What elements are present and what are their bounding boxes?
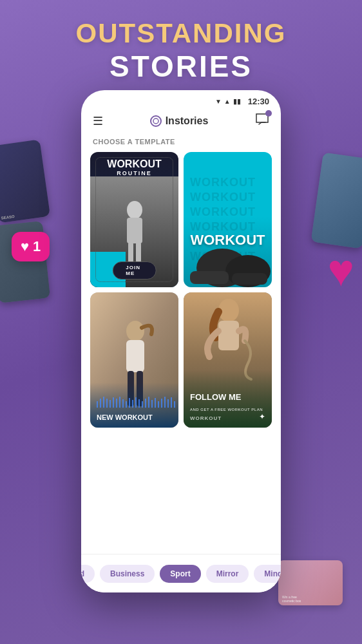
tab-mirror[interactable]: Mirror: [206, 565, 249, 583]
battery-icon: ▮▮: [233, 97, 241, 106]
tab-business[interactable]: Business: [100, 565, 155, 583]
hero-section: OUTSTANDING STORIES: [0, 18, 362, 84]
join-me-button[interactable]: JOIN ME: [112, 261, 157, 279]
status-time: 12:30: [248, 97, 269, 106]
template-card-new-workout[interactable]: NEW WORKOUT: [90, 292, 178, 428]
tab-sport[interactable]: Sport: [160, 565, 200, 583]
notification-count: 1: [33, 238, 41, 255]
svg-rect-10: [126, 340, 144, 372]
left-card-1: SEASO: [0, 139, 50, 223]
phone-mockup: ▼ ▲ ▮▮ 12:30 ☰ Instories CHOOSE A TEMPLA…: [81, 90, 281, 592]
chat-badge: [265, 110, 272, 117]
nav-bar: ☰ Instories: [81, 109, 281, 135]
svg-rect-8: [232, 273, 267, 285]
left-card-1-label: SEASO: [1, 214, 15, 220]
svg-rect-3: [128, 242, 133, 263]
follow-me-title: FOLLOW ME: [190, 393, 241, 402]
workout-dark-title: WORKOUT: [97, 158, 172, 170]
template-card-workout-cyan[interactable]: WORKOUT WORKOUT WORKOUT WORKOUT WORKOUT …: [184, 152, 272, 287]
follow-me-subtitle: AND GET A FREE WORKOUT PLAN: [190, 408, 263, 412]
hero-line2: STORIES: [0, 49, 362, 84]
bottom-decorative-card: Win a freecosmetic box: [278, 560, 343, 605]
template-grid: WORKOUT ROUTINE JOIN ME WORKOUT: [81, 152, 281, 428]
workout-cyan-label: WORKOUT: [190, 232, 265, 249]
signal-icon: ▼: [215, 98, 222, 105]
heart-decoration-right: ♥: [327, 245, 354, 296]
svg-point-1: [127, 201, 142, 219]
workout-dark-subtitle: ROUTINE: [97, 170, 172, 176]
tab-mind[interactable]: Mind: [254, 565, 281, 583]
star-icon: ✦: [259, 412, 265, 421]
chat-button[interactable]: [255, 113, 269, 129]
svg-rect-2: [127, 218, 142, 243]
heart-notification: ♥ 1: [12, 232, 50, 261]
svg-point-9: [126, 321, 144, 341]
app-logo: Instories: [150, 115, 209, 127]
hero-line1: OUTSTANDING: [0, 18, 362, 49]
svg-rect-7: [190, 271, 229, 284]
wifi-icon: ▲: [224, 98, 231, 105]
app-name: Instories: [166, 115, 209, 127]
svg-rect-39: [218, 321, 239, 350]
wave-lines: [94, 393, 178, 410]
workout-bottom-label: WORKOUT: [190, 415, 222, 421]
bottom-card-text: Win a freecosmetic box: [282, 595, 301, 603]
svg-rect-4: [136, 242, 141, 263]
left-decorative-cards: SEASO: [0, 142, 58, 300]
template-card-follow-me[interactable]: FOLLOW ME AND GET A FREE WORKOUT PLAN WO…: [184, 292, 272, 428]
person-silhouette: [115, 198, 154, 269]
status-bar: ▼ ▲ ▮▮ 12:30: [81, 90, 281, 109]
heart-icon: ♥: [21, 238, 29, 255]
new-workout-label: NEW WORKOUT: [97, 413, 153, 421]
card-top-overlay: WORKOUT ROUTINE: [90, 152, 178, 183]
menu-icon[interactable]: ☰: [93, 114, 103, 128]
logo-icon: [150, 115, 162, 127]
template-card-workout-dark[interactable]: WORKOUT ROUTINE JOIN ME: [90, 152, 178, 287]
svg-point-0: [153, 118, 158, 124]
section-title: CHOOSE A TEMPLATE: [81, 135, 281, 152]
status-icons: ▼ ▲ ▮▮: [215, 97, 241, 106]
category-tabs: d Business Sport Mirror Mind: [81, 554, 281, 592]
tab-d[interactable]: d: [81, 565, 95, 583]
